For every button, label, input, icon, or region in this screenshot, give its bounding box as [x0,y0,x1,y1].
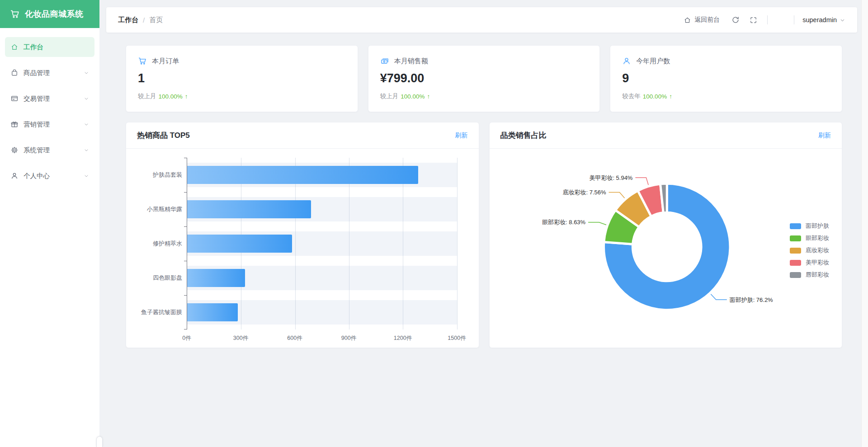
chevron-down-icon [84,96,89,101]
axis-tick [184,226,187,227]
pie-callout-label: 底妆彩妆: 7.56% [562,189,606,196]
legend-item[interactable]: 唇部彩妆 [790,271,829,279]
stat-title: 今年用户数 [636,57,670,66]
topbar: 工作台 / 首页 返回前台 [106,7,857,33]
compare-label: 较去年 [622,92,641,100]
x-tick-label: 1200件 [394,334,412,342]
sidebar-nav: 工作台 商品管理 交易管理 [0,28,99,186]
chevron-down-icon [84,70,89,75]
bar-background-band [187,197,457,221]
pie-label-leader-line [635,178,648,185]
legend-item[interactable]: 眼部彩妆 [790,234,829,242]
content: 本月订单 1 较上月 100.00% ↑ 本月销售额 [99,33,868,348]
stat-card-monthly-orders: 本月订单 1 较上月 100.00% ↑ [126,45,358,112]
pie-callout-label: 眼部彩妆: 8.63% [542,219,585,226]
sidebar-item-marketing[interactable]: 营销管理 [5,114,94,134]
sidebar-item-trade[interactable]: 交易管理 [5,89,94,108]
app-title: 化妆品商城系统 [25,9,84,19]
divider [794,15,794,24]
category-label: 护肤品套装 [138,158,187,192]
x-tick-label: 300件 [233,334,248,342]
legend-label: 美甲彩妆 [806,259,829,267]
refresh-link[interactable]: 刷新 [455,132,468,140]
legend-color-chip [790,223,801,229]
main-area: 工作台 / 首页 返回前台 [99,7,868,348]
axis-tick [184,329,187,329]
panel-title: 热销商品 TOP5 [137,130,190,141]
sidebar-item-label: 工作台 [24,43,89,52]
pie-label-leader-line [711,294,726,300]
x-tick-label: 900件 [341,334,356,342]
category-label: 鱼子酱抗皱面膜 [138,295,187,329]
breadcrumb-separator: / [143,16,145,24]
chevron-down-icon [84,122,89,127]
compare-value: 100.00% [401,93,425,100]
trend-up-arrow: ↑ [185,93,188,100]
bar[interactable] [187,269,245,287]
pie-legend: 面部护肤 眼部彩妆 底妆彩妆 美甲彩妆 [790,222,829,279]
x-tick-label: 0件 [182,334,191,342]
trend-up-arrow: ↑ [669,93,672,100]
legend-label: 底妆彩妆 [806,246,829,254]
chevron-down-icon [840,17,845,23]
axis-tick [184,192,187,193]
user-icon [10,172,19,180]
hot-products-panel: 热销商品 TOP5 刷新 护肤品套装 小黑瓶精华露 修护精萃水 四色眼影盘 鱼子… [126,122,479,348]
user-icon [622,56,631,66]
x-tick-label: 1500件 [448,334,466,342]
bar-plot-area [187,158,457,329]
bar[interactable] [187,200,311,218]
pie-callout-label: 面部护肤: 76.2% [729,296,773,303]
bill-icon [10,94,19,103]
sidebar-item-label: 商品管理 [24,69,79,77]
compare-value: 100.00% [643,93,667,100]
app-logo: 化妆品商城系统 [0,0,99,28]
x-axis-labels: 0件 300件 600件 900件 1200件 1500件 [187,329,457,346]
fullscreen-icon[interactable] [750,16,757,24]
trend-up-arrow: ↑ [427,93,430,100]
bar-category-labels: 护肤品套装 小黑瓶精华露 修护精萃水 四色眼影盘 鱼子酱抗皱面膜 [138,158,187,346]
legend-item[interactable]: 底妆彩妆 [790,246,829,254]
bar[interactable] [187,166,418,184]
sidebar-item-profile[interactable]: 个人中心 [5,166,94,186]
sidebar-item-workbench[interactable]: 工作台 [5,37,94,57]
donut-svg: 面部护肤: 76.2%眼部彩妆: 8.63%底妆彩妆: 7.56%美甲彩妆: 5… [490,149,842,348]
panel-title: 品类销售占比 [500,130,547,141]
legend-item[interactable]: 面部护肤 [790,222,829,230]
breadcrumb-workbench[interactable]: 工作台 [118,16,138,24]
legend-color-chip [790,272,801,278]
refresh-icon[interactable] [731,16,740,24]
stat-card-monthly-sales: 本月销售额 ¥799.00 较上月 100.00% ↑ [368,45,600,112]
stat-value: 1 [138,71,346,85]
back-to-frontend-button[interactable]: 返回前台 [684,16,720,24]
pie-callout-label: 美甲彩妆: 5.94% [589,174,632,181]
sidebar-collapse-handle[interactable] [96,436,103,447]
category-label: 修护精萃水 [138,226,187,261]
legend-item[interactable]: 美甲彩妆 [790,259,829,267]
bar-background-band [187,163,457,187]
legend-color-chip [790,260,801,266]
legend-label: 眼部彩妆 [806,234,829,242]
category-share-panel: 品类销售占比 刷新 面部护肤: 76.2%眼部彩妆: 8.63%底妆彩妆: 7.… [489,122,843,348]
axis-tick [184,295,187,296]
divider [767,15,768,24]
stat-value: 9 [622,71,830,85]
gridline [457,158,458,329]
cart-icon [138,56,147,66]
topbar-actions: 返回前台 superadmin [684,15,845,24]
user-menu[interactable]: superadmin [802,16,845,24]
home-outline-icon [684,16,691,24]
sidebar-item-label: 营销管理 [24,120,79,129]
bar[interactable] [187,235,292,253]
sidebar-item-products[interactable]: 商品管理 [5,63,94,83]
sidebar-item-system[interactable]: 系统管理 [5,140,94,160]
home-icon [10,43,19,51]
compare-value: 100.00% [159,93,183,100]
refresh-link[interactable]: 刷新 [818,132,831,140]
stat-card-yearly-users: 今年用户数 9 较去年 100.00% ↑ [610,45,842,112]
legend-color-chip [790,235,801,241]
page-scrollbar-track[interactable] [861,0,868,447]
axis-tick [184,261,187,261]
bar[interactable] [187,303,238,321]
sidebar-item-label: 系统管理 [24,146,79,155]
